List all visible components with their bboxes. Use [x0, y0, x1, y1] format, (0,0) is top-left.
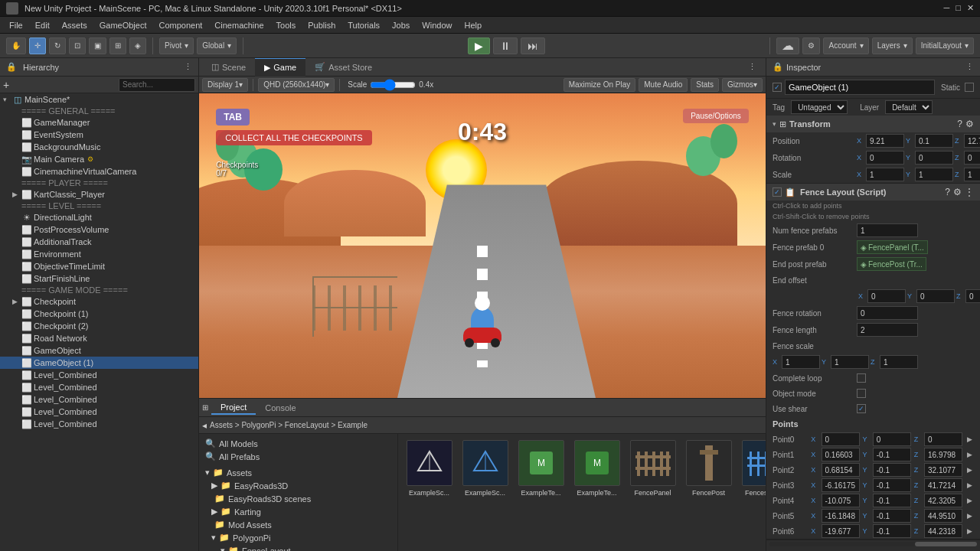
hierarchy-item-level[interactable]: ===== LEVEL ===== — [0, 201, 198, 211]
fence-active-toggle[interactable]: ✓ — [773, 187, 782, 197]
menu-publish[interactable]: Publish — [302, 19, 341, 31]
object-mode-checkbox[interactable] — [857, 389, 866, 398]
hierarchy-item-startfinish[interactable]: ⬜ StartFinishLine — [0, 272, 198, 285]
fence-layout-header[interactable]: ✓ 📋 Fence Layout (Script) ? ⚙ ⋮ — [766, 184, 980, 201]
maximize-btn[interactable]: □ — [956, 3, 961, 13]
p3-y-field[interactable]: -0.1 — [873, 478, 911, 492]
mute-btn[interactable]: Mute Audio — [639, 78, 688, 92]
menu-assets[interactable]: Assets — [56, 19, 93, 31]
p0-x-field[interactable]: 0 — [822, 432, 860, 446]
p3-x-field[interactable]: -6.16175 — [822, 478, 860, 492]
layers-dropdown[interactable]: Layers ▾ — [872, 37, 913, 54]
p5-expand-btn[interactable]: ▶ — [965, 512, 974, 520]
transform-settings-icon[interactable]: ⚙ — [965, 119, 974, 129]
hierarchy-item-levelcombined1[interactable]: ⬜ Level_Combined — [0, 369, 198, 381]
p6-x-field[interactable]: -19.677 — [822, 524, 860, 538]
fence-help-icon[interactable]: ? — [945, 187, 950, 197]
pt-easyroads3d[interactable]: ▶ 📁 EasyRoads3D — [199, 479, 397, 492]
tab-asset-store[interactable]: 🛒 Asset Store — [305, 58, 381, 77]
scale-y-field[interactable]: 1 — [915, 168, 953, 181]
settings-button[interactable]: ⚙ — [802, 37, 820, 54]
p0-y-field[interactable]: 0 — [873, 432, 911, 446]
end-post-field[interactable]: ◈ FencePost (Tr... — [857, 257, 926, 271]
layout-dropdown[interactable]: InitialLayout ▾ — [916, 37, 974, 54]
pos-x-field[interactable]: 9.21 — [866, 134, 904, 148]
scale-x-field[interactable]: 1 — [866, 168, 904, 181]
inspector-menu-icon[interactable]: ⋮ — [965, 62, 974, 72]
hierarchy-item-postprocess[interactable]: ⬜ PostProcessVolume — [0, 223, 198, 236]
rect-tool[interactable]: ▣ — [89, 37, 106, 54]
fence-rotation-field[interactable]: 0 — [857, 306, 918, 320]
scale-tool[interactable]: ⊡ — [69, 37, 86, 54]
hierarchy-item-kart[interactable]: ▶ ⬜ KartClassic_Player — [0, 188, 198, 201]
cloud-button[interactable]: ☁ — [776, 37, 799, 54]
p1-expand-btn[interactable]: ▶ — [965, 451, 974, 458]
move-tool[interactable]: ✛ — [29, 37, 46, 54]
rot-z-field[interactable]: 0 — [964, 151, 980, 165]
display-dropdown[interactable]: Display 1 ▾ — [202, 78, 248, 92]
asset-exampleterrain1[interactable]: M ExampleTe... — [516, 440, 566, 497]
inspector-scrollbar-thumb[interactable] — [915, 542, 977, 546]
menu-jobs[interactable]: Jobs — [386, 19, 416, 31]
menu-tutorials[interactable]: Tutorials — [341, 19, 386, 31]
use-shear-checkbox[interactable]: ✓ — [857, 404, 866, 413]
transform-header[interactable]: ▾ ⊞ Transform ? ⚙ — [766, 116, 980, 132]
pt-assets[interactable]: ▾ 📁 Assets — [199, 466, 397, 479]
hand-tool[interactable]: ✋ — [6, 37, 26, 54]
p3-expand-btn[interactable]: ▶ — [965, 481, 974, 489]
asset-exampleterrain2[interactable]: M ExampleTe... — [572, 440, 622, 497]
resolution-dropdown[interactable]: QHD (2560x1440) ▾ — [258, 78, 335, 92]
scale-z-field[interactable]: 1 — [964, 168, 980, 181]
transform-tool[interactable]: ⊞ — [109, 37, 126, 54]
tab-button[interactable]: TAB — [216, 109, 250, 126]
hierarchy-item-maincamera[interactable]: 📷 Main Camera ⚙ — [0, 153, 198, 165]
p0-z-field[interactable]: 0 — [924, 432, 962, 446]
view-tab-menu[interactable]: ⋮ — [742, 62, 763, 72]
p1-y-field[interactable]: -0.1 — [873, 448, 911, 461]
hierarchy-item-general[interactable]: ===== GENERAL ===== — [0, 106, 198, 116]
tab-scene[interactable]: ◫ Scene — [202, 58, 255, 77]
tab-game[interactable]: ▶ Game — [255, 58, 305, 77]
asset-fencepost[interactable]: FencePost — [684, 440, 733, 497]
p4-x-field[interactable]: -10.075 — [822, 494, 860, 507]
p0-expand-btn[interactable]: ▶ — [965, 435, 974, 443]
hierarchy-item-bgmusic[interactable]: ⬜ BackgroundMusic — [0, 141, 198, 153]
num-fence-field[interactable]: 1 — [857, 223, 918, 237]
hierarchy-item-checkpoint2[interactable]: ⬜ Checkpoint (2) — [0, 320, 198, 332]
pt-all-prefabs[interactable]: 🔍 All Prefabs — [199, 450, 397, 463]
hierarchy-item-levelcombined4[interactable]: ⬜ Level_Combined — [0, 406, 198, 418]
hierarchy-add-btn[interactable]: + — [3, 79, 9, 91]
fence-menu-icon[interactable]: ⋮ — [965, 187, 974, 197]
menu-cinemachine[interactable]: Cinemachine — [208, 19, 270, 31]
hierarchy-menu-icon[interactable]: ⋮ — [184, 62, 192, 72]
go-name-field[interactable] — [785, 80, 935, 95]
p5-y-field[interactable]: -0.1 — [873, 509, 911, 523]
tag-dropdown[interactable]: Untagged — [791, 100, 848, 114]
fence-settings-icon[interactable]: ⚙ — [953, 187, 962, 197]
gizmos-btn[interactable]: Gizmos ▾ — [722, 78, 763, 92]
p5-z-field[interactable]: 44.9510 — [924, 509, 962, 523]
pt-all-models[interactable]: 🔍 All Models — [199, 437, 397, 450]
hierarchy-item-gameobject[interactable]: ⬜ GameObject — [0, 344, 198, 357]
hierarchy-item-player[interactable]: ===== PLAYER ===== — [0, 178, 198, 188]
p6-expand-btn[interactable]: ▶ — [965, 527, 974, 535]
p2-z-field[interactable]: 32.1077 — [924, 463, 962, 477]
scale-slider[interactable] — [370, 79, 416, 91]
inspector-lock-icon[interactable]: 🔒 — [773, 62, 783, 72]
menu-component[interactable]: Component — [152, 19, 208, 31]
asset-examplescene2[interactable]: ExampleSc... — [460, 440, 510, 497]
hierarchy-item-levelcombined5[interactable]: ⬜ Level_Combined — [0, 418, 198, 430]
close-btn[interactable]: ✕ — [967, 3, 974, 13]
menu-help[interactable]: Help — [458, 19, 488, 31]
p6-z-field[interactable]: 44.2318 — [924, 524, 962, 538]
hierarchy-item-gameobject1[interactable]: ⬜ GameObject (1) — [0, 357, 198, 369]
rot-x-field[interactable]: 0 — [866, 151, 904, 165]
pos-z-field[interactable]: 12.78 — [964, 134, 980, 148]
maximize-btn[interactable]: Maximize On Play — [564, 78, 636, 92]
asset-examplescene1[interactable]: ExampleSc... — [404, 440, 454, 497]
stats-btn[interactable]: Stats — [691, 78, 719, 92]
pivot-dropdown[interactable]: Pivot ▾ — [159, 37, 194, 54]
play-button[interactable]: ▶ — [468, 37, 490, 54]
pt-modassets[interactable]: 📁 Mod Assets — [199, 518, 397, 531]
complete-loop-checkbox[interactable] — [857, 373, 866, 383]
